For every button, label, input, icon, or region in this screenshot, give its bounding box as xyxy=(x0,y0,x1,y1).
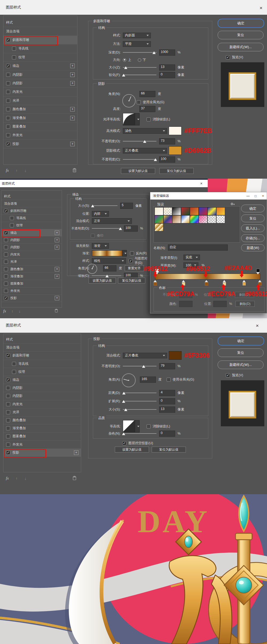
close-icon[interactable]: × xyxy=(256,323,259,328)
sidebar-item-纹理[interactable]: 纹理 xyxy=(1,222,62,229)
gloss-contour-thumbnail[interactable] xyxy=(123,113,135,125)
sidebar-item-描边[interactable]: ✓描边 xyxy=(3,376,81,384)
move-down-icon[interactable]: ↓ xyxy=(25,168,26,173)
move-up-icon[interactable]: ↑ xyxy=(11,309,13,313)
reverse-checkbox[interactable] xyxy=(130,251,134,255)
noise-slider[interactable] xyxy=(123,431,156,436)
sidebar-item-混合选项[interactable]: 混合选项 xyxy=(3,344,81,352)
direction-down-radio[interactable] xyxy=(138,58,141,62)
sidebar-item-渐变叠加[interactable]: 渐变叠加+ xyxy=(3,114,77,122)
gradient-preset-0[interactable] xyxy=(155,207,163,215)
sidebar-item-内阴影[interactable]: 内阴影+ xyxy=(1,236,62,244)
gradient-preset-3[interactable] xyxy=(181,207,190,215)
sidebar-item-描边[interactable]: ✓描边+ xyxy=(3,62,77,70)
gradient-preset-6[interactable] xyxy=(207,207,216,215)
effect-checkbox[interactable] xyxy=(4,274,8,278)
effect-checkbox[interactable] xyxy=(6,426,10,430)
new-style-button[interactable]: 新建样式(W)... xyxy=(218,43,264,51)
sidebar-item-颜色叠加[interactable]: 颜色叠加 xyxy=(3,416,81,424)
close-icon[interactable]: × xyxy=(259,194,267,198)
add-effect-icon[interactable]: + xyxy=(74,450,78,455)
add-effect-icon[interactable]: + xyxy=(70,72,75,77)
move-up-icon[interactable]: ↑ xyxy=(16,168,18,173)
sidebar-item-内阴影[interactable]: 内阴影+ xyxy=(3,79,77,88)
color-stop[interactable] xyxy=(205,280,208,286)
angle-dial[interactable] xyxy=(122,94,136,108)
sidebar-item-颜色叠加[interactable]: 颜色叠加+ xyxy=(1,266,62,273)
angle-value[interactable]: 66 xyxy=(103,265,116,271)
effect-checkbox[interactable] xyxy=(4,282,8,286)
reset-default-button[interactable]: 复位为默认值 xyxy=(159,168,194,174)
effect-checkbox[interactable]: ✓ xyxy=(4,209,8,213)
sidebar-item-内阴影[interactable]: 内阴影+ xyxy=(1,244,62,251)
depth-value[interactable]: 1000 xyxy=(159,49,175,56)
knockout-checkbox[interactable]: ✓ xyxy=(122,441,126,445)
gradient-preset-13[interactable] xyxy=(199,215,207,223)
distance-slider[interactable] xyxy=(123,391,156,395)
opacity-value[interactable]: 73 xyxy=(159,138,175,144)
size-slider[interactable] xyxy=(123,65,156,70)
name-input[interactable]: 自定 xyxy=(168,244,228,251)
shadow-mode-dropdown[interactable]: 正片叠底 xyxy=(123,148,167,154)
sidebar-item-样式[interactable]: 样式 xyxy=(3,336,81,344)
effect-checkbox[interactable] xyxy=(4,289,8,293)
gradient-preset-7[interactable] xyxy=(216,207,225,215)
preview-checkbox[interactable]: ✓ xyxy=(226,373,230,377)
sidebar-item-样式[interactable]: 样式 xyxy=(1,193,62,200)
gradient-preset-1[interactable] xyxy=(163,207,172,215)
highlight-color-swatch[interactable] xyxy=(169,126,182,135)
opacity-value[interactable]: 79 xyxy=(159,363,175,369)
size-value[interactable]: 5 xyxy=(120,203,133,209)
delete-effect-icon[interactable] xyxy=(55,309,58,313)
position-dropdown[interactable]: 内部 xyxy=(92,211,109,217)
effect-checkbox[interactable] xyxy=(4,267,8,271)
move-up-icon[interactable]: ↑ xyxy=(16,476,18,481)
effect-checkbox[interactable] xyxy=(6,73,10,77)
effect-checkbox[interactable] xyxy=(6,116,10,120)
ok-button[interactable]: 确定 xyxy=(218,336,264,346)
effect-checkbox[interactable] xyxy=(4,245,8,249)
gear-icon[interactable]: ⚙▾ xyxy=(230,202,235,206)
size-slider[interactable] xyxy=(123,407,156,412)
effect-checkbox[interactable]: ✓ xyxy=(6,451,10,455)
stop-location-input[interactable] xyxy=(213,301,227,307)
add-effect-icon[interactable]: + xyxy=(70,142,75,146)
shadow-color-swatch[interactable] xyxy=(169,146,182,155)
opacity2-slider[interactable] xyxy=(123,157,156,162)
reset-button[interactable]: 复位 xyxy=(218,31,264,39)
effect-checkbox[interactable] xyxy=(6,133,10,137)
size-value[interactable]: 13 xyxy=(159,407,175,413)
sidebar-item-内阴影[interactable]: 内阴影 xyxy=(3,384,81,392)
sidebar-item-外发光[interactable]: 外发光 xyxy=(3,441,81,449)
effect-checkbox[interactable] xyxy=(6,107,10,111)
opacity2-value[interactable]: 100 xyxy=(159,156,175,163)
minimize-icon[interactable]: — xyxy=(244,194,252,198)
sidebar-item-等高线[interactable]: 等高线 xyxy=(3,360,81,368)
soften-value[interactable]: 0 xyxy=(159,72,175,78)
stop-color-swatch[interactable] xyxy=(179,301,193,307)
fx-icon[interactable]: fx xyxy=(3,309,6,313)
reset-align-button[interactable]: 重置对齐 xyxy=(125,265,144,271)
gradient-preset-8[interactable] xyxy=(155,215,163,223)
delete-effect-icon[interactable] xyxy=(73,168,76,173)
close-icon[interactable]: × xyxy=(200,182,202,185)
effect-checkbox[interactable]: ✓ xyxy=(6,38,10,42)
close-icon[interactable]: × xyxy=(260,5,262,10)
reset-default-button[interactable]: 复位为默认值 xyxy=(152,447,186,453)
effect-checkbox[interactable] xyxy=(6,394,10,398)
sidebar-item-斜面和浮雕[interactable]: ✓斜面和浮雕 xyxy=(3,352,81,360)
sidebar-item-纹理[interactable]: 纹理 xyxy=(3,53,77,62)
sidebar-item-内发光[interactable]: 内发光 xyxy=(1,251,62,258)
sidebar-item-描边[interactable]: ✓描边+ xyxy=(1,229,62,236)
effect-checkbox[interactable]: ✓ xyxy=(6,142,10,146)
direction-up-radio[interactable] xyxy=(123,58,126,62)
effect-checkbox[interactable] xyxy=(10,223,14,227)
distance-value[interactable]: 4 xyxy=(159,390,175,396)
angle-value[interactable]: 165 xyxy=(140,377,156,383)
sidebar-item-投影[interactable]: ✓投影+ xyxy=(1,295,62,302)
sidebar-item-图案叠加[interactable]: 图案叠加 xyxy=(3,432,81,440)
add-effect-icon[interactable]: + xyxy=(55,267,59,271)
contour-picker-chevron[interactable] xyxy=(135,113,140,125)
sidebar-item-投影[interactable]: ✓投影+ xyxy=(3,449,81,457)
gradient-preset-15[interactable] xyxy=(216,215,225,223)
